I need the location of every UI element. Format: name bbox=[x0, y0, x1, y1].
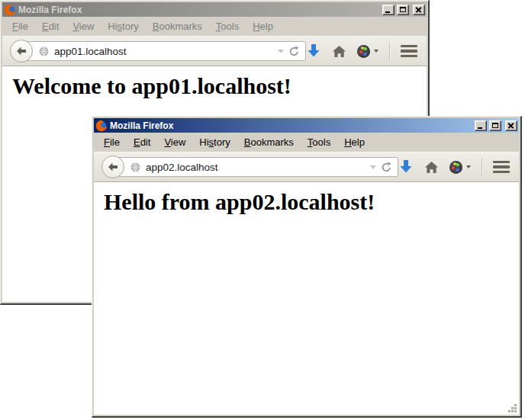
firefox-icon bbox=[4, 4, 16, 16]
navigation-toolbar: app01.localhost bbox=[2, 36, 427, 66]
hamburger-menu-button[interactable] bbox=[401, 44, 417, 59]
menu-bar: File Edit View History Bookmarks Tools H… bbox=[2, 17, 427, 36]
menu-tools[interactable]: Tools bbox=[301, 134, 337, 150]
urlbar-dropdown-icon[interactable] bbox=[278, 50, 284, 53]
page-heading: Welcome to app01.localhost! bbox=[12, 73, 427, 99]
back-button[interactable] bbox=[10, 40, 33, 63]
minimize-icon bbox=[385, 11, 390, 13]
maximize-icon bbox=[400, 7, 406, 12]
back-arrow-icon bbox=[15, 45, 27, 57]
maximize-button[interactable] bbox=[489, 120, 501, 131]
close-button[interactable] bbox=[413, 5, 425, 15]
menu-help[interactable]: Help bbox=[337, 134, 372, 150]
menu-file[interactable]: File bbox=[5, 18, 35, 34]
title-bar[interactable]: Mozilla Firefox bbox=[2, 2, 427, 17]
reload-icon[interactable] bbox=[381, 162, 392, 173]
site-globe-icon bbox=[38, 46, 50, 57]
addon-button[interactable] bbox=[357, 45, 378, 58]
navigation-toolbar: app02.localhost bbox=[94, 152, 519, 182]
reload-icon[interactable] bbox=[288, 46, 300, 57]
window-title: Mozilla Firefox bbox=[110, 120, 472, 131]
addon-sphere-icon bbox=[357, 45, 370, 58]
close-icon bbox=[414, 5, 424, 14]
maximize-icon bbox=[492, 123, 498, 128]
download-arrow-icon[interactable] bbox=[398, 159, 414, 175]
menu-edit[interactable]: Edit bbox=[35, 18, 66, 34]
toolbar-separator bbox=[482, 158, 482, 176]
menu-bar: File Edit View History Bookmarks Tools H… bbox=[94, 133, 519, 152]
resize-grip[interactable] bbox=[507, 403, 518, 414]
menu-help[interactable]: Help bbox=[246, 18, 280, 34]
menu-history[interactable]: History bbox=[101, 18, 145, 34]
minimize-button[interactable] bbox=[382, 5, 395, 15]
menu-edit[interactable]: Edit bbox=[127, 134, 157, 150]
back-arrow-icon bbox=[107, 161, 119, 173]
download-arrow-icon[interactable] bbox=[306, 43, 321, 59]
window-title: Mozilla Firefox bbox=[18, 5, 380, 15]
addon-caret-icon bbox=[374, 50, 378, 53]
page-heading: Hello from app02.localhost! bbox=[104, 189, 519, 215]
menu-bookmarks[interactable]: Bookmarks bbox=[146, 18, 209, 34]
menu-file[interactable]: File bbox=[97, 134, 127, 150]
hamburger-menu-button[interactable] bbox=[493, 160, 510, 175]
toolbar-buttons bbox=[306, 42, 419, 60]
url-text[interactable]: app01.localhost bbox=[54, 46, 273, 57]
addon-button[interactable] bbox=[449, 161, 471, 174]
browser-window-app02[interactable]: Mozilla Firefox File Edit View History B… bbox=[92, 116, 522, 418]
toolbar-separator bbox=[389, 42, 390, 60]
close-button[interactable] bbox=[505, 120, 517, 131]
menu-view[interactable]: View bbox=[157, 134, 192, 150]
close-icon bbox=[506, 121, 517, 130]
url-text[interactable]: app02.localhost bbox=[146, 162, 366, 173]
addon-caret-icon bbox=[466, 165, 471, 168]
title-bar[interactable]: Mozilla Firefox bbox=[94, 118, 519, 133]
home-icon[interactable] bbox=[424, 160, 439, 175]
minimize-button[interactable] bbox=[475, 120, 487, 131]
menu-bookmarks[interactable]: Bookmarks bbox=[237, 134, 301, 150]
hamburger-menu-icon bbox=[401, 45, 417, 48]
firefox-icon bbox=[95, 120, 108, 132]
page-content-app02: Hello from app02.localhost! bbox=[94, 182, 519, 415]
url-bar[interactable]: app01.localhost bbox=[21, 41, 306, 61]
maximize-button[interactable] bbox=[397, 5, 409, 15]
home-icon[interactable] bbox=[332, 44, 346, 59]
menu-view[interactable]: View bbox=[66, 18, 101, 34]
hamburger-menu-icon bbox=[493, 161, 510, 164]
menu-history[interactable]: History bbox=[192, 134, 237, 150]
urlbar-dropdown-icon[interactable] bbox=[370, 165, 376, 169]
url-bar[interactable]: app02.localhost bbox=[113, 157, 398, 177]
addon-sphere-icon bbox=[449, 161, 462, 174]
site-globe-icon bbox=[130, 162, 141, 173]
minimize-icon bbox=[478, 127, 482, 129]
menu-tools[interactable]: Tools bbox=[209, 18, 246, 34]
toolbar-buttons bbox=[398, 158, 511, 176]
back-button[interactable] bbox=[101, 155, 124, 178]
